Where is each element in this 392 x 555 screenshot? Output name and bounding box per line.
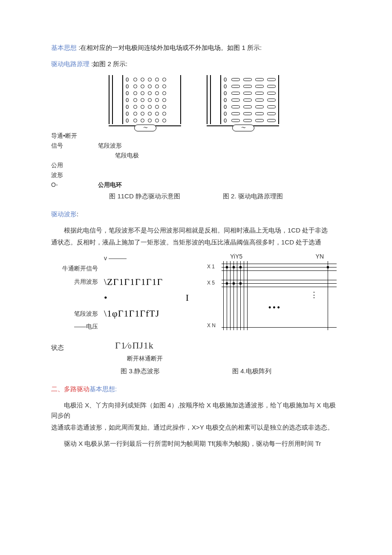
caption-fig4: 图 4.电极阵列 (232, 366, 271, 376)
fig3-row3-symbols: \1φΓ1Γ1ΓfTJ (104, 306, 159, 321)
lbl-o: O- (51, 180, 98, 189)
para-body-1a: 根据此电信号，笔段波形不是与公用波形同相就是反相。同相时液晶上无电场，1CD 处… (51, 225, 341, 235)
fig3-row3-label: 笔段波形 (51, 309, 104, 318)
fig3-vtop: v ——— (104, 253, 127, 263)
label-basic-idea: 基本思想 (51, 44, 77, 51)
fig1-side-labels: 导通•断开 信号 笔段波形 笔段电极 公用 波形 O- 公用电环 (51, 131, 341, 189)
fig3-state-symbols: Γ1⁄₀ΠJ1k (115, 338, 154, 353)
caption-fig1: 图 11CD 静态驱动示意图 (109, 191, 180, 201)
page: 基本思想 :在相对应的一对电极间连续外加电场或不外加电场。如图 1 所示: 驱动… (0, 0, 392, 555)
lbl-conduct-break: 导通•断开 (51, 131, 98, 140)
fig3-row2-label: 共用波形 (51, 277, 104, 286)
fig34-captions: 图 3.静态波形 图 4.电极阵列 (51, 366, 341, 376)
fig4-x5: X 5 (207, 279, 215, 287)
ac-source-icon: 〜 (232, 125, 254, 131)
lbl-signal: 信号 (51, 141, 98, 150)
fig3-bottom-label: 断开林通断开 (0, 354, 341, 363)
ac-source-icon: 〜 (134, 125, 156, 131)
lbl-common: 公用 (51, 161, 98, 170)
sec2-prefix: 二、多路驱动 (51, 385, 89, 392)
label-drive-circuit: 驱动电路原理 (51, 60, 89, 67)
fig4-y1: YiY5 (230, 252, 242, 261)
lbl-common-ring: 公用电环 (98, 180, 341, 189)
fig3-state-label: 状态 (51, 343, 64, 353)
fig1-panel-right: 〜 0 0 0 0 0 0 0 (207, 75, 283, 131)
sec2-label: 基本思想 (89, 385, 115, 392)
para-basic-idea: 基本思想 :在相对应的一对电极间连续外加电场或不外加电场。如图 1 所示: (51, 43, 341, 53)
fig4-yn: YN (316, 252, 324, 261)
fig12-captions: 图 11CD 静态驱动示意图 图 2. 驱动电路原理图 (51, 191, 341, 201)
text-basic-idea: :在相对应的一对电极间连续外加电场或不外加电场。如图 1 所示: (78, 44, 262, 51)
lbl-segment-wave: 笔段波形 (98, 141, 341, 150)
figure-1: 〜 0 0 0 0 0 0 0 〜 0 0 0 0 0 0 (51, 75, 341, 131)
figure-3: v ——— 牛通断开信号 共用波形\ZΓ1Γ1Γ1Γ1Γ •I 笔段波形\1φΓ… (51, 253, 200, 334)
text-drive-circuit: :如图 2 所示: (91, 60, 127, 67)
lbl-segment-electrode: 笔段电极 (98, 151, 341, 160)
para-sec2-c: 驱动 X 电极从第一行到最后一行所需时间为帧周期 Tf(频率为帧频)，驱动每一行… (51, 439, 341, 449)
para-sec2-b: 选通或非选通波形，如此周而复始。通过此操作，X>Y 电极交点的相素可以是独立的选… (51, 422, 341, 433)
figures-3-4: v ——— 牛通断开信号 共用波形\ZΓ1Γ1Γ1Γ1Γ •I 笔段波形\1φΓ… (51, 253, 341, 334)
para-sec2-a: 电极沿 X、丫方向排列成矩阵（如图 4）,按顺序给 X 电极施加选通波形，给丫电… (51, 400, 341, 421)
fig4-x1: X 1 (207, 263, 215, 271)
fig3-row2-symbols: \ZΓ1Γ1Γ1Γ1Γ (104, 274, 163, 289)
label-drive-wave: 驱动波形 (51, 210, 77, 218)
sec2-colon: : (115, 385, 117, 392)
fig3-row4-label: ——电压 (51, 322, 104, 331)
para-drive-wave-head: 驱动波形: (51, 209, 341, 219)
figure-4: YiY5 YN X 1 X 5 X N (205, 253, 337, 334)
fig3-i: I (186, 290, 189, 305)
para-body-1b: 通状态。反相时，液晶上施加了一矩形波。当矩形波的电压比液晶阈值高很多时，1CD … (51, 237, 341, 247)
para-drive-circuit: 驱动电路原理 :如图 2 所示: (51, 59, 341, 69)
fig3-bullet: • (104, 290, 108, 305)
section-2-heading: 二、多路驱动基本思想: (51, 384, 341, 394)
fig1-panel-left: 〜 0 0 0 0 0 0 0 (109, 75, 185, 131)
fig3-state-line: 状态 Γ1⁄₀ΠJ1k (51, 338, 341, 353)
fig4-xn: X N (207, 322, 216, 330)
caption-fig3: 图 3.静态波形 (121, 366, 160, 376)
caption-fig2: 图 2. 驱动电路原理图 (223, 191, 283, 201)
fig3-row1-label: 牛通断开信号 (51, 264, 104, 273)
lbl-waveform: 波形 (51, 171, 98, 180)
